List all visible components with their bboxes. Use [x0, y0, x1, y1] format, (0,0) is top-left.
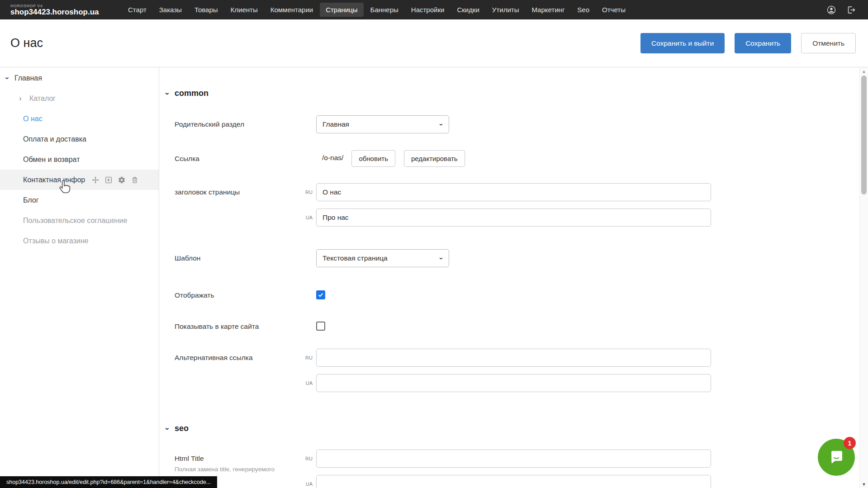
top-navigation-bar: HOROSHOP V4 shop34423.horoshop.ua Старт … — [0, 0, 868, 19]
tree-item-label: Пользовательское соглашение — [23, 217, 127, 225]
field-label-text: Html Title — [175, 455, 204, 462]
section-seo-header[interactable]: › seo — [166, 424, 868, 433]
logo-domain: shop34423.horoshop.ua — [10, 8, 92, 16]
field-display: Отображать — [175, 290, 868, 299]
nav-settings[interactable]: Настройки — [405, 3, 451, 17]
sidebar-item-o-nas[interactable]: О нас — [0, 109, 159, 129]
chat-unread-badge: 1 — [844, 437, 856, 449]
lang-badge-ru: RU — [302, 190, 313, 195]
edit-link-button[interactable]: редактировать — [404, 150, 465, 167]
save-and-exit-button[interactable]: Сохранить и выйти — [640, 33, 725, 53]
nav-clients[interactable]: Клиенты — [225, 3, 264, 17]
field-html-title: Html Title Полная замена title, генериру… — [175, 450, 868, 488]
scrollbar-thumb[interactable] — [861, 76, 867, 194]
save-button[interactable]: Сохранить — [735, 33, 791, 53]
chevron-down-icon[interactable]: › — [4, 75, 11, 82]
sidebar-item-kontaktnaya[interactable]: Контактная инфор — [0, 170, 159, 190]
nav-reports[interactable]: Отчеты — [596, 3, 631, 17]
field-parent-section: Родительский раздел Главная › — [175, 115, 868, 133]
cancel-button[interactable]: Отменить — [801, 33, 856, 53]
header-buttons: Сохранить и выйти Сохранить Отменить — [640, 33, 856, 53]
tree-item-label: Отзывы о магазине — [23, 237, 89, 245]
sidebar-item-obmen[interactable]: Обмен и возврат — [0, 149, 159, 170]
section-title: common — [175, 89, 209, 98]
chevron-down-icon: › — [166, 424, 175, 433]
chat-widget-button[interactable]: 1 — [818, 439, 855, 476]
page-title-ua-input[interactable] — [316, 208, 711, 227]
field-label: Альтернативная ссылка — [175, 349, 302, 362]
alt-link-ua-input[interactable] — [316, 374, 711, 392]
update-link-button[interactable]: обновить — [351, 150, 395, 167]
field-alt-link: Альтернативная ссылка RU UA — [175, 349, 868, 392]
sidebar-item-katalog[interactable]: › Каталог — [0, 88, 159, 109]
tree-item-label: О нас — [23, 115, 43, 123]
alt-link-ru-input[interactable] — [316, 349, 711, 367]
field-hint: Полная замена title, генерируемого — [175, 465, 302, 474]
field-label: Ссылка — [175, 150, 316, 163]
move-icon[interactable] — [91, 176, 100, 184]
scroll-up-arrow[interactable]: ▲ — [860, 68, 868, 75]
section-common-header[interactable]: › common — [166, 89, 868, 98]
field-template: Шаблон Текстовая страница › — [175, 249, 868, 267]
nav-banners[interactable]: Баннеры — [365, 3, 404, 17]
tree-item-label: Блог — [23, 196, 39, 204]
lang-badge-ua: UA — [302, 481, 313, 487]
parent-section-select[interactable]: Главная › — [316, 115, 449, 133]
sidebar-item-otzyvy[interactable]: Отзывы о магазине — [0, 231, 159, 251]
settings-icon[interactable] — [118, 176, 126, 184]
page-header: О нас Сохранить и выйти Сохранить Отмени… — [0, 19, 868, 67]
app-window: HOROSHOP V4 shop34423.horoshop.ua Старт … — [0, 0, 868, 488]
field-page-title: заголовок страницы RU UA — [175, 183, 868, 227]
account-icon[interactable] — [826, 5, 836, 15]
pages-tree-sidebar: › Главная › Каталог О нас Оплата и доста… — [0, 68, 159, 488]
nav-comments[interactable]: Комментарии — [265, 3, 319, 17]
chevron-right-icon[interactable]: › — [17, 95, 24, 102]
field-label: Родительский раздел — [175, 115, 316, 128]
delete-icon[interactable] — [131, 176, 139, 184]
tree-item-label: Каталог — [29, 95, 56, 103]
section-title: seo — [175, 424, 189, 433]
page-title: О нас — [10, 36, 43, 50]
logo[interactable]: HOROSHOP V4 shop34423.horoshop.ua — [10, 4, 92, 16]
nav-orders[interactable]: Заказы — [153, 3, 188, 17]
logo-version: HOROSHOP V4 — [10, 4, 92, 8]
nav-marketing[interactable]: Маркетинг — [526, 3, 570, 17]
field-label: Отображать — [175, 290, 316, 299]
html-title-ua-input[interactable] — [316, 475, 711, 488]
page-title-ru-input[interactable] — [316, 183, 711, 201]
lang-badge-ru: RU — [302, 456, 313, 461]
field-label: Шаблон — [175, 249, 316, 262]
main-menu: Старт Заказы Товары Клиенты Комментарии … — [122, 3, 632, 17]
page-body: › Главная › Каталог О нас Оплата и доста… — [0, 68, 868, 488]
html-title-ru-input[interactable] — [316, 450, 711, 468]
tree-item-label: Оплата и доставка — [23, 135, 86, 143]
tree-item-label: Обмен и возврат — [23, 156, 80, 164]
sidebar-item-glavnaya[interactable]: › Главная — [0, 68, 159, 88]
template-select[interactable]: Текстовая страница › — [316, 249, 449, 267]
select-value: Главная — [323, 120, 441, 128]
logout-icon[interactable] — [846, 5, 856, 15]
nav-discounts[interactable]: Скидки — [451, 3, 485, 17]
sidebar-item-oplata[interactable]: Оплата и доставка — [0, 129, 159, 149]
nav-products[interactable]: Товары — [189, 3, 224, 17]
status-url-bar: shop34423.horoshop.ua/edit/edit.php?id=6… — [0, 476, 217, 488]
display-checkbox[interactable] — [316, 290, 325, 299]
nav-seo[interactable]: Seo — [571, 3, 595, 17]
chevron-down-icon: › — [441, 121, 443, 128]
add-icon[interactable] — [104, 176, 113, 184]
nav-pages[interactable]: Страницы — [320, 3, 363, 17]
nav-start[interactable]: Старт — [122, 3, 152, 17]
scroll-down-arrow[interactable]: ▼ — [860, 481, 868, 488]
sidebar-item-soglashenie[interactable]: Пользовательское соглашение — [0, 210, 159, 231]
topbar-actions — [826, 5, 856, 15]
tree-item-label: Контактная инфор — [23, 176, 85, 184]
sitemap-checkbox[interactable] — [316, 322, 325, 331]
select-value: Текстовая страница — [323, 254, 441, 262]
field-label: Показывать в карте сайта — [175, 322, 316, 331]
chevron-down-icon: › — [166, 89, 175, 98]
vertical-scrollbar[interactable]: ▲ ▼ — [859, 68, 868, 488]
sidebar-item-blog[interactable]: Блог — [0, 190, 159, 210]
lang-badge-ua: UA — [302, 215, 313, 220]
tree-item-actions — [91, 176, 139, 184]
nav-utilities[interactable]: Утилиты — [486, 3, 525, 17]
